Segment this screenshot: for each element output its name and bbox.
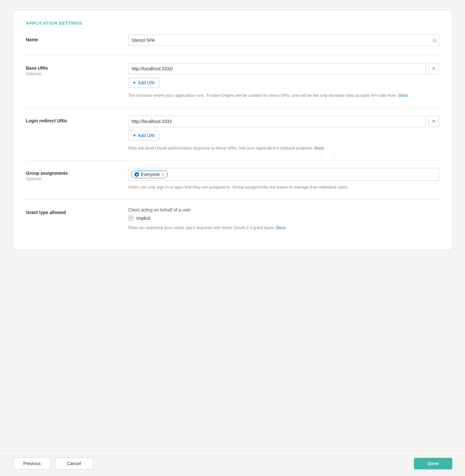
login-redirect-input[interactable]	[128, 116, 426, 127]
name-input[interactable]	[128, 35, 439, 46]
clear-icon: ×	[432, 66, 435, 72]
login-redirect-input-row: ×	[128, 116, 439, 127]
grant-subtitle: Client acting on behalf of a user	[128, 207, 439, 212]
clear-icon-2: ×	[432, 119, 435, 124]
base-uri-add-button[interactable]: + Add URI	[128, 78, 159, 88]
check-icon: ✓	[129, 216, 132, 220]
implicit-label: Implicit	[136, 216, 150, 221]
group-tag-input[interactable]: Everyone ×	[128, 168, 439, 181]
section-title: APPLICATION SETTINGS	[26, 21, 439, 26]
everyone-tag-remove[interactable]: ×	[162, 172, 164, 177]
previous-button[interactable]: Previous	[13, 457, 51, 470]
everyone-tag-label: Everyone	[141, 172, 160, 177]
plus-icon: +	[133, 80, 136, 86]
base-uri-help-text: The domains where your application runs.…	[128, 92, 439, 99]
login-redirect-help-text: Okta will send OAuth authorization respo…	[128, 145, 439, 151]
implicit-checkbox-row: ✓ Implicit	[128, 216, 439, 221]
login-redirect-docs-link[interactable]: Docs	[315, 146, 324, 150]
login-redirect-row: Login redirect URIs × + Add URI Okta wil…	[26, 116, 439, 151]
tag-radio-icon	[134, 172, 139, 177]
footer-left-actions: Previous Cancel	[13, 457, 93, 470]
add-login-uri-label: Add URI	[138, 133, 155, 138]
login-redirect-add-button[interactable]: + Add URI	[128, 130, 159, 141]
group-assignments-label: Group assignments	[26, 171, 128, 176]
group-assignments-optional: Optional	[26, 176, 128, 181]
base-uris-optional: Optional	[26, 71, 128, 76]
group-help-text: Users can only sign in to apps that they…	[128, 184, 439, 190]
base-uri-input-row: ×	[128, 63, 439, 74]
add-uri-label: Add URI	[138, 80, 155, 85]
grant-type-label: Grant type allowed	[26, 210, 128, 215]
base-uri-clear-button[interactable]: ×	[428, 63, 439, 74]
everyone-tag[interactable]: Everyone ×	[131, 171, 168, 178]
login-redirect-clear-button[interactable]: ×	[428, 116, 439, 127]
group-assignments-row: Group assignments Optional Everyone × Us…	[26, 168, 439, 190]
name-label: Name	[26, 37, 128, 42]
name-input-wrapper: ⊞	[128, 35, 439, 46]
base-uris-row: Base URIs Optional × + Add URI The domai…	[26, 63, 439, 99]
page-footer: Previous Cancel Done	[0, 451, 465, 476]
implicit-checkbox[interactable]: ✓	[128, 216, 133, 221]
base-uri-docs-link[interactable]: Docs	[399, 93, 408, 98]
plus-icon-2: +	[133, 133, 136, 138]
name-row: Name ⊞	[26, 35, 439, 46]
grant-docs-link[interactable]: Docs	[276, 225, 286, 230]
grant-help-text: Okta can authorize your native app's req…	[128, 225, 439, 231]
grant-type-row: Grant type allowed Client acting on beha…	[26, 207, 439, 231]
grid-icon: ⊞	[432, 37, 437, 43]
base-uri-input[interactable]	[128, 63, 426, 74]
login-redirect-label: Login redirect URIs	[26, 118, 128, 123]
done-button[interactable]: Done	[414, 458, 452, 469]
base-uris-label: Base URIs	[26, 65, 128, 71]
cancel-button[interactable]: Cancel	[55, 457, 93, 470]
